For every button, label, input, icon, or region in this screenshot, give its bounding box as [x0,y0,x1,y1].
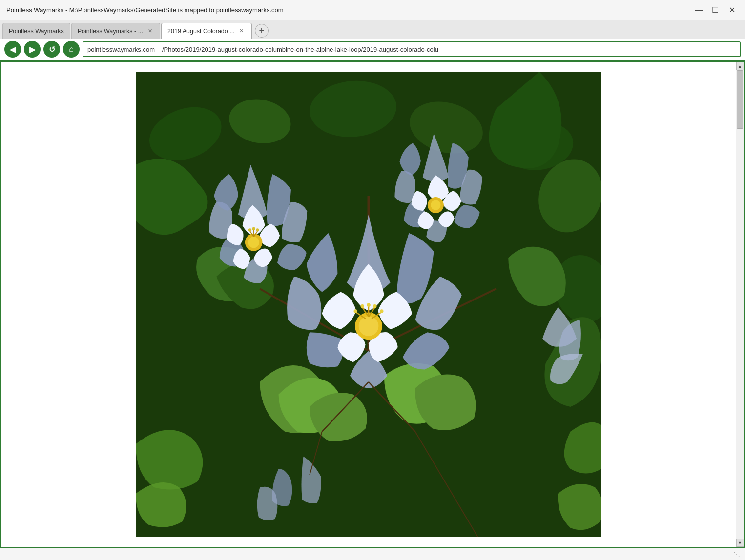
page-content [1,62,736,547]
scrollbar-thumb[interactable] [737,70,743,129]
new-tab-button[interactable]: + [255,24,269,38]
svg-point-24 [248,237,259,248]
scroll-up-arrow[interactable]: ▲ [736,62,744,70]
refresh-button[interactable]: ↺ [43,41,60,58]
address-input-wrapper: pointlesswaymarks.com [83,41,741,57]
window-title: Pointless Waymarks - M:\PointlessWaymark… [6,6,692,14]
maximize-button[interactable]: ☐ [708,3,722,17]
tab-label: Pointless Waymarks [9,28,64,35]
title-bar-controls: — ☐ ✕ [692,3,739,17]
svg-point-28 [248,228,251,231]
svg-point-21 [380,309,384,313]
home-button[interactable]: ⌂ [63,41,80,58]
back-button[interactable]: ◀ [4,41,21,58]
status-bar: ⋱ [0,548,745,560]
tab-bar: Pointless Waymarks Pointless Waymarks - … [0,20,745,39]
forward-button[interactable]: ▶ [24,41,41,58]
browser-window: Pointless Waymarks - M:\PointlessWaymark… [0,0,745,560]
svg-point-30 [256,228,259,231]
tab-2019-august-colorado[interactable]: 2019 August Colorado ... ✕ [161,23,252,39]
tab-pointless-waymarks[interactable]: Pointless Waymarks [2,23,70,39]
svg-point-20 [373,304,377,308]
tab-close-button[interactable]: ✕ [238,27,246,35]
svg-point-19 [367,303,371,307]
address-path-input[interactable] [158,42,740,56]
tab-close-button[interactable]: ✕ [146,27,154,35]
tab-label: 2019 August Colorado ... [167,28,235,35]
svg-point-18 [360,304,364,308]
svg-point-32 [431,200,440,210]
address-bar: ◀ ▶ ↺ ⌂ pointlesswaymarks.com [0,39,745,61]
scrollbar-track[interactable] [736,70,744,539]
svg-point-22 [353,309,357,313]
minimize-button[interactable]: — [692,3,705,17]
tab-label: Pointless Waymarks - ... [78,28,143,35]
scroll-down-arrow[interactable]: ▼ [736,539,744,547]
title-bar: Pointless Waymarks - M:\PointlessWaymark… [0,0,745,20]
content-area: ▲ ▼ [0,61,745,548]
photo-container [136,72,601,537]
scrollbar: ▲ ▼ [736,62,744,547]
svg-point-29 [252,227,255,230]
close-button[interactable]: ✕ [725,3,739,17]
address-domain: pointlesswaymarks.com [83,42,158,56]
columbine-photo [136,72,601,537]
resize-grip[interactable]: ⋱ [733,550,741,558]
tab-pointless-waymarks-2[interactable]: Pointless Waymarks - ... ✕ [71,23,160,39]
svg-point-12 [359,316,379,336]
